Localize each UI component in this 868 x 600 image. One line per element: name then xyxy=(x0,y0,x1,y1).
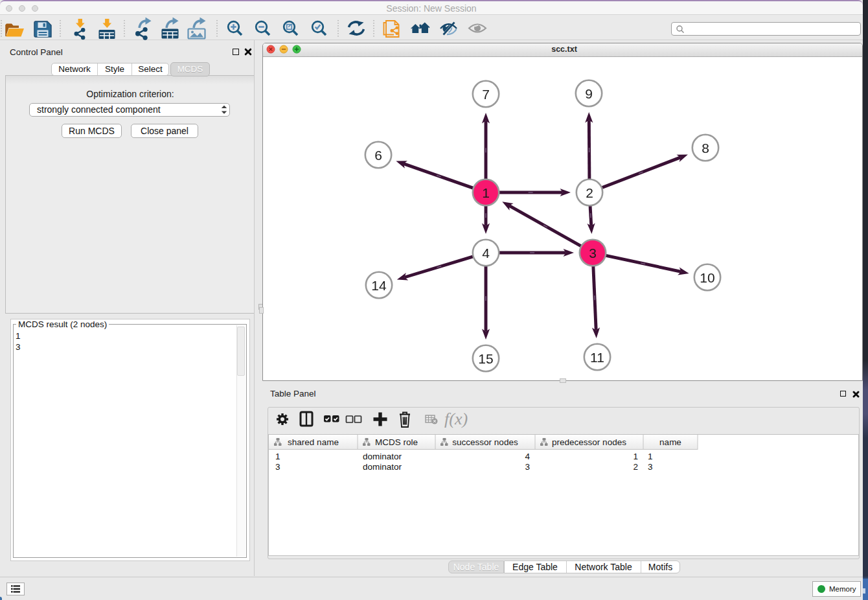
svg-text:7: 7 xyxy=(482,87,490,102)
svg-text:f(x): f(x) xyxy=(444,410,468,428)
svg-text:6: 6 xyxy=(374,148,382,163)
svg-text:11: 11 xyxy=(590,350,604,365)
svg-text:successor nodes: successor nodes xyxy=(452,437,518,447)
svg-text:shared name: shared name xyxy=(288,437,339,447)
svg-text:name: name xyxy=(659,437,681,447)
svg-text:predecessor nodes: predecessor nodes xyxy=(552,437,626,447)
svg-text:15: 15 xyxy=(478,351,493,366)
svg-text:9: 9 xyxy=(585,86,593,101)
svg-text:4: 4 xyxy=(482,246,490,260)
svg-text:10: 10 xyxy=(700,270,714,285)
svg-text:3: 3 xyxy=(589,246,597,260)
svg-text:MCDS role: MCDS role xyxy=(375,437,418,447)
svg-text:1: 1 xyxy=(482,185,490,200)
svg-text:8: 8 xyxy=(702,141,709,156)
svg-text:14: 14 xyxy=(371,278,387,293)
svg-text:2: 2 xyxy=(586,185,593,200)
